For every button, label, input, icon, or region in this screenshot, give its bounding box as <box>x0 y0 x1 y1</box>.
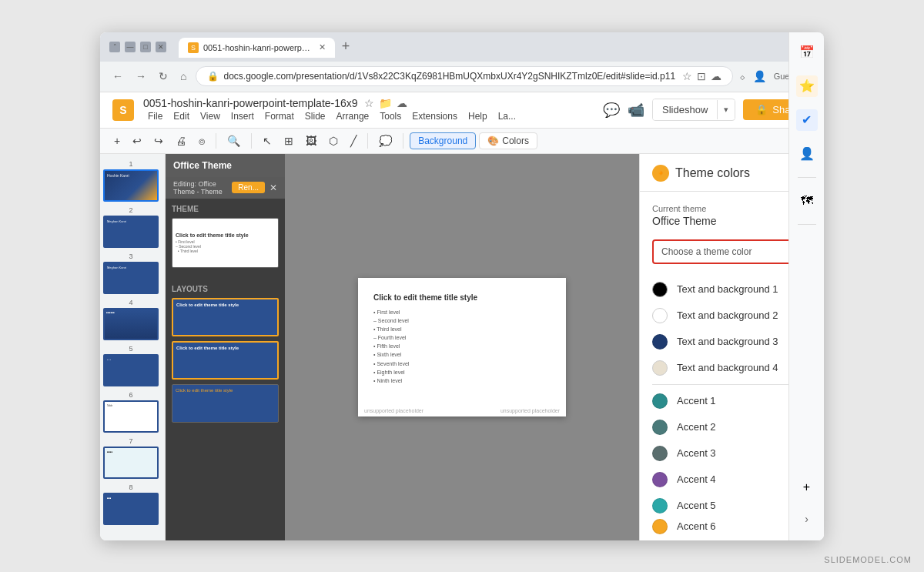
sidebar-expand-icon[interactable]: › <box>805 513 808 531</box>
color-option-a5[interactable]: Accent 5 <box>652 493 812 519</box>
minimize-btn[interactable]: — <box>125 42 136 52</box>
print-icon[interactable]: 🖨 <box>171 132 191 150</box>
layout-thumb-3[interactable]: Click to edit theme title style <box>172 384 279 423</box>
meet-icon[interactable]: 📹 <box>628 102 644 119</box>
colors-button[interactable]: 🎨 Colors <box>479 132 537 149</box>
rename-button[interactable]: Ren... <box>232 182 265 193</box>
shapes-icon[interactable]: ⬡ <box>324 132 343 150</box>
slide-thumb-4[interactable]: 4 ■■■■■■ <box>103 299 159 340</box>
add-icon[interactable]: + <box>109 132 125 150</box>
slide-thumb-5[interactable]: 5 ▪ ▪ ▪ <box>103 345 159 386</box>
color-option-a4[interactable]: Accent 4 <box>652 467 812 493</box>
forward-button[interactable]: → <box>132 69 149 84</box>
layouts-panel: Office Theme Editing: Office Theme - The… <box>166 154 285 540</box>
address-bar[interactable]: 🔒 docs.google.com/presentation/d/1Vs8x22… <box>196 66 732 86</box>
close-btn[interactable]: ✕ <box>156 42 166 52</box>
slide-img-5[interactable]: ▪ ▪ ▪ <box>103 354 159 386</box>
menu-slide[interactable]: Slide <box>300 109 330 123</box>
sidebar-person-icon[interactable]: 👤 <box>796 154 818 165</box>
cast-icon[interactable]: ⊡ <box>697 70 706 82</box>
extensions-icon[interactable]: ⬦ <box>739 70 745 82</box>
color-option-a3[interactable]: Accent 3 <box>652 440 812 467</box>
slide-canvas[interactable]: Click to edit theme title style • First … <box>358 278 566 416</box>
slideshow-label[interactable]: Slideshow <box>653 99 717 120</box>
menu-format[interactable]: Format <box>260 109 299 123</box>
color-option-a2[interactable]: Accent 2 <box>652 414 812 440</box>
color-option-tb3[interactable]: Text and background 3 <box>652 329 812 355</box>
new-tab-button[interactable]: + <box>335 36 357 58</box>
slide-img-1[interactable]: Hoshin Kanri <box>103 169 159 202</box>
layout-thumb-1[interactable]: Click to edit theme title style <box>172 298 279 336</box>
star-icon[interactable]: ☆ <box>364 97 374 109</box>
toolbar-divider-4 <box>403 133 403 149</box>
sidebar-maps-icon[interactable]: 🗺 <box>796 190 818 212</box>
layouts-panel-header: Office Theme <box>166 154 285 177</box>
color-option-tb4[interactable]: Text and background 4 <box>652 355 812 381</box>
menu-file[interactable]: File <box>143 109 167 123</box>
refresh-button[interactable]: ↻ <box>156 69 171 84</box>
cursor-icon[interactable]: ↖ <box>258 132 276 150</box>
slide-thumb-2[interactable]: 2 Meghan Kanri <box>103 206 159 248</box>
color-option-tb1[interactable]: Text and background 1 <box>652 276 812 303</box>
zoom-icon[interactable]: 🔍 <box>223 132 245 150</box>
image-icon[interactable]: 🖼 <box>301 132 321 150</box>
swatch-tb3 <box>652 334 668 350</box>
toolbar-divider-2 <box>251 133 252 149</box>
folder-icon[interactable]: 📁 <box>379 97 392 109</box>
theme-layout-1[interactable]: Click to edit theme title style • First … <box>172 218 279 268</box>
slide-img-6[interactable]: Table <box>103 400 159 433</box>
active-tab[interactable]: S 0051-hoshin-kanri-powerpoint-t... ✕ <box>179 38 335 58</box>
slideshow-dropdown-arrow[interactable]: ▾ <box>717 100 735 119</box>
slide-img-4[interactable]: ■■■■■■ <box>103 308 159 340</box>
slide-thumb-8[interactable]: 8 ■■■ <box>103 483 159 525</box>
slide-img-7[interactable]: ■■■■ <box>103 447 159 479</box>
cloud-icon[interactable]: ☁ <box>711 70 721 82</box>
comments-icon[interactable]: 💬 <box>603 102 620 119</box>
cloud-icon[interactable]: ☁ <box>397 97 407 109</box>
slide-img-2[interactable]: Meghan Kanri <box>103 216 159 248</box>
slideshow-button[interactable]: Slideshow ▾ <box>652 99 735 121</box>
menu-insert[interactable]: Insert <box>226 109 259 123</box>
tab-close-icon[interactable]: ✕ <box>319 42 326 52</box>
undo-icon[interactable]: ↩ <box>128 132 146 150</box>
close-panel-icon[interactable]: ✕ <box>270 182 277 193</box>
slide-thumb-1[interactable]: 1 Hoshin Kanri <box>103 160 159 202</box>
layout-thumb-2[interactable]: Click to edit theme title style <box>172 341 279 380</box>
menu-arrange[interactable]: Arrange <box>332 109 374 123</box>
bullet-5: • Fifth level <box>373 342 551 350</box>
bullet-7: • Seventh level <box>373 360 551 368</box>
menu-edit[interactable]: Edit <box>169 109 194 123</box>
maximize-btn[interactable]: □ <box>140 42 151 52</box>
slide-thumb-7[interactable]: 7 ■■■■ <box>103 437 159 479</box>
color-option-tb2[interactable]: Text and background 2 <box>652 303 812 329</box>
comment-icon[interactable]: 💭 <box>374 132 397 150</box>
menu-la[interactable]: La... <box>494 109 521 123</box>
bullet-3: • Third level <box>373 325 551 333</box>
back-button[interactable]: ← <box>109 69 126 84</box>
color-option-a1[interactable]: Accent 1 <box>652 388 812 414</box>
slide-img-3[interactable]: Meghan Kanri <box>103 262 159 294</box>
line-icon[interactable]: ╱ <box>346 132 361 150</box>
textbox-icon[interactable]: ⊞ <box>280 132 298 150</box>
chevron-up-btn[interactable]: ˄ <box>109 42 120 52</box>
sidebar-add-icon[interactable]: + <box>797 474 816 500</box>
slide-num-8: 8 <box>103 483 159 491</box>
theme-color-dropdown[interactable]: Choose a theme color ▾ ↖ <box>652 239 812 264</box>
slide-thumb-6[interactable]: 6 Table <box>103 391 159 433</box>
menu-help[interactable]: Help <box>464 109 492 123</box>
menu-extensions[interactable]: Extensions <box>407 109 462 123</box>
background-button[interactable]: Background <box>410 132 476 149</box>
bookmark-icon[interactable]: ☆ <box>682 70 692 82</box>
redo-icon[interactable]: ↪ <box>149 132 168 150</box>
paint-icon[interactable]: ⌾ <box>194 132 209 150</box>
app-menu: File Edit View Insert Format Slide Arran… <box>143 109 521 123</box>
color-option-a6[interactable]: Accent 6 <box>652 519 812 534</box>
footer-right: unsupported placeholder <box>500 408 560 413</box>
home-button[interactable]: ⌂ <box>177 69 189 84</box>
slide-thumb-3[interactable]: 3 Meghan Kanri <box>103 253 159 294</box>
color-label-tb3: Text and background 3 <box>677 336 778 347</box>
profile-icon[interactable]: 👤 <box>753 70 766 82</box>
menu-tools[interactable]: Tools <box>375 109 406 123</box>
menu-view[interactable]: View <box>196 109 225 123</box>
slide-img-8[interactable]: ■■■ <box>103 493 159 525</box>
